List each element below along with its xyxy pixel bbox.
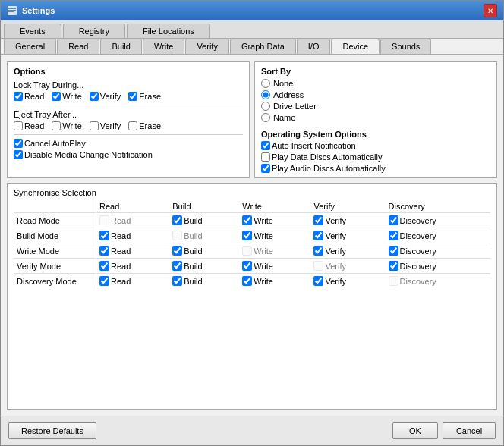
- sync-label-4-2: Write: [254, 277, 272, 286]
- sync-checkbox-4-2[interactable]: [242, 276, 252, 286]
- tab-write[interactable]: Write: [143, 39, 184, 54]
- eject-write-checkbox[interactable]: [52, 121, 61, 130]
- cancel-button[interactable]: Cancel: [443, 422, 496, 439]
- sync-checkbox-0-2[interactable]: [242, 215, 252, 225]
- sort-title: Sort By: [261, 67, 490, 76]
- sync-row-3: Verify ModeReadBuildWriteVerifyDiscovery: [14, 259, 490, 274]
- sync-label-4-0: Read: [111, 277, 131, 286]
- svg-rect-3: [8, 11, 14, 12]
- header-separator: [90, 200, 96, 213]
- sync-checkbox-0-1[interactable]: [172, 215, 182, 225]
- sync-checkbox-4-3[interactable]: [313, 276, 323, 286]
- play-audio-checkbox[interactable]: [261, 164, 270, 173]
- eject-erase-checkbox[interactable]: [128, 121, 137, 130]
- lock-erase-label: Erase: [139, 92, 161, 101]
- sort-address-radio[interactable]: [261, 90, 270, 99]
- lock-write-label: Write: [62, 92, 81, 101]
- sync-checkbox-3-2[interactable]: [242, 261, 252, 271]
- sync-checkbox-3-0[interactable]: [99, 261, 109, 271]
- lock-verify-checkbox[interactable]: [90, 92, 99, 101]
- sort-name-radio[interactable]: [261, 113, 270, 122]
- sync-checkbox-1-4[interactable]: [389, 231, 398, 240]
- sync-label-3-3: Verify: [325, 262, 346, 271]
- eject-read-label: Read: [24, 121, 44, 130]
- play-audio-label: Play Audio Discs Automatically: [272, 164, 386, 173]
- tab-io[interactable]: I/O: [297, 39, 331, 54]
- sync-cell-4-2: Write: [239, 274, 310, 289]
- tab-sounds[interactable]: Sounds: [380, 39, 431, 54]
- sync-header-row: Read Build Write Verify Discovery: [14, 200, 490, 213]
- sync-label-4-3: Verify: [325, 277, 346, 286]
- top-panels: Options Lock Tray During... Read Write V…: [7, 61, 497, 178]
- eject-write-item: Write: [52, 121, 81, 130]
- auto-insert-checkbox[interactable]: [261, 141, 270, 150]
- sort-drive-letter-item: Drive Letter: [261, 102, 490, 111]
- tab-general[interactable]: General: [4, 39, 56, 54]
- tab-read[interactable]: Read: [57, 39, 99, 54]
- tab-events[interactable]: Events: [4, 24, 61, 38]
- auto-insert-item: Auto Insert Notification: [261, 141, 484, 150]
- sync-label-2-2: Write: [254, 247, 272, 256]
- lock-erase-checkbox[interactable]: [128, 92, 137, 101]
- header-write: Write: [239, 200, 310, 213]
- lock-write-checkbox[interactable]: [52, 92, 61, 101]
- sync-label-0-2: Write: [254, 216, 272, 225]
- sync-checkbox-0-3[interactable]: [313, 215, 323, 225]
- options-title: Options: [14, 67, 243, 76]
- sync-cell-1-0: Read: [96, 228, 170, 243]
- sort-none-radio[interactable]: [261, 79, 270, 88]
- sync-row-2: Write ModeReadBuildWriteVerifyDiscovery: [14, 243, 490, 259]
- sort-drive-letter-radio[interactable]: [261, 102, 270, 111]
- lock-tray-title: Lock Tray During...: [14, 80, 243, 90]
- eject-read-checkbox[interactable]: [14, 121, 23, 130]
- tab-build[interactable]: Build: [100, 39, 141, 54]
- play-data-checkbox[interactable]: [261, 152, 270, 162]
- eject-verify-item: Verify: [90, 121, 121, 130]
- restore-defaults-button[interactable]: Restore Defaults: [8, 422, 96, 439]
- sync-checkbox-2-3[interactable]: [313, 246, 323, 256]
- sync-checkbox-2-4[interactable]: [389, 246, 398, 256]
- sync-label-1-1: Build: [184, 231, 202, 240]
- sync-sep-0: [90, 213, 96, 228]
- disable-media-label: Disable Media Change Notification: [24, 150, 153, 159]
- tab-registry[interactable]: Registry: [63, 24, 125, 38]
- sync-cell-4-3: Verify: [310, 274, 385, 289]
- sync-row-1: Build ModeReadBuildWriteVerifyDiscovery: [14, 228, 490, 243]
- sync-checkbox-0-4[interactable]: [389, 215, 398, 225]
- tab-device[interactable]: Device: [331, 39, 380, 54]
- eject-verify-checkbox[interactable]: [90, 121, 99, 130]
- sync-cell-2-4: Discovery: [386, 243, 490, 259]
- sync-checkbox-2-0[interactable]: [99, 246, 109, 256]
- os-options-title: Operating System Options: [261, 130, 490, 139]
- options-panel: Options Lock Tray During... Read Write V…: [7, 61, 250, 178]
- sync-sep-3: [90, 259, 96, 274]
- tab-verify[interactable]: Verify: [185, 39, 229, 54]
- sync-cell-4-1: Build: [169, 274, 239, 289]
- content-area: Options Lock Tray During... Read Write V…: [1, 55, 503, 416]
- sync-label-1-4: Discovery: [400, 231, 436, 240]
- ok-button[interactable]: OK: [392, 422, 438, 439]
- sync-checkbox-3-4[interactable]: [389, 261, 398, 271]
- footer: Restore Defaults OK Cancel: [1, 416, 503, 445]
- eject-erase-item: Erase: [128, 121, 161, 130]
- lock-verify-label: Verify: [100, 92, 121, 101]
- sync-cell-3-4: Discovery: [386, 259, 490, 274]
- sync-label-0-1: Build: [184, 216, 202, 225]
- close-button[interactable]: ✕: [484, 4, 497, 17]
- sync-checkbox-4-1[interactable]: [172, 276, 182, 286]
- sync-checkbox-1-2[interactable]: [242, 231, 252, 240]
- disable-media-checkbox[interactable]: [14, 150, 23, 159]
- lock-read-checkbox[interactable]: [14, 92, 23, 101]
- tab-file-locations[interactable]: File Locations: [127, 24, 210, 38]
- tab-graph-data[interactable]: Graph Data: [230, 39, 296, 54]
- sync-checkbox-2-2: [242, 246, 252, 256]
- sync-checkbox-4-0[interactable]: [99, 276, 109, 286]
- sync-checkbox-1-3[interactable]: [313, 231, 323, 240]
- sync-checkbox-1-0[interactable]: [99, 231, 109, 240]
- sort-name-label: Name: [273, 113, 295, 122]
- title-bar: Settings ✕: [1, 1, 503, 20]
- sync-checkbox-3-1[interactable]: [172, 261, 182, 271]
- cancel-autoplay-checkbox[interactable]: [14, 139, 23, 148]
- sort-none-label: None: [273, 79, 293, 88]
- sync-checkbox-2-1[interactable]: [172, 246, 182, 256]
